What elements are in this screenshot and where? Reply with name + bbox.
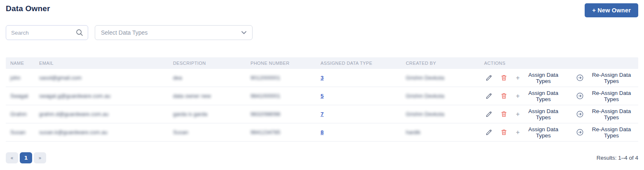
- assigned-data-type-link[interactable]: 3: [321, 75, 324, 81]
- reassign-data-types-label: Re-Assign Data Types: [586, 90, 637, 102]
- assign-data-types-button[interactable]: + Assign Data Types: [514, 107, 566, 121]
- results-count: Results: 1–4 of 4: [597, 155, 638, 161]
- assign-data-types-label: Assign Data Types: [522, 90, 564, 102]
- cell-description: garda is garda: [173, 111, 251, 117]
- assign-data-types-label: Assign Data Types: [522, 72, 564, 84]
- cell-description: Susan: [173, 129, 251, 135]
- plus-icon: +: [516, 129, 520, 136]
- row-actions: + Assign Data Types Re-Assign Data Types: [484, 71, 638, 85]
- delete-button[interactable]: [499, 73, 508, 83]
- cell-phone: 9832098098: [251, 111, 321, 117]
- assign-data-types-button[interactable]: + Assign Data Types: [514, 89, 566, 103]
- delete-button[interactable]: [499, 109, 508, 119]
- data-types-select[interactable]: Select Data Types: [95, 25, 253, 40]
- table-footer: « 1 » Results: 1–4 of 4: [6, 152, 638, 163]
- assign-data-types-button[interactable]: + Assign Data Types: [514, 71, 566, 85]
- arrow-right-circle-icon: [576, 110, 584, 118]
- cell-created-by: hardik: [406, 129, 484, 135]
- plus-icon: +: [516, 93, 520, 99]
- cell-description: data owner new: [173, 93, 251, 99]
- cell-created-by: Grishm Devkota: [406, 111, 484, 117]
- data-owner-table: NAME EMAIL DESCRIPTION PHONE NUMBER ASSI…: [6, 57, 638, 142]
- search-box[interactable]: [6, 25, 88, 40]
- delete-button[interactable]: [499, 91, 508, 101]
- edit-button[interactable]: [484, 91, 494, 101]
- reassign-data-types-button[interactable]: Re-Assign Data Types: [574, 125, 638, 139]
- pencil-icon: [485, 92, 493, 100]
- filter-bar: Select Data Types: [6, 25, 638, 40]
- cell-created-by: Grishm Devkota: [406, 75, 484, 81]
- trash-icon: [500, 74, 508, 82]
- column-header-description: DESCRIPTION: [173, 61, 251, 66]
- assigned-data-type-link[interactable]: 8: [321, 129, 324, 135]
- pencil-icon: [485, 110, 493, 118]
- trash-icon: [500, 92, 508, 100]
- new-owner-button[interactable]: + New Owner: [585, 3, 638, 17]
- cell-created-by: Grishm Devkota: [406, 93, 484, 99]
- cell-name: john: [10, 75, 39, 81]
- row-actions: + Assign Data Types Re-Assign Data Types: [484, 107, 638, 121]
- arrow-right-circle-icon: [576, 74, 584, 82]
- data-owner-page: Data Owner + New Owner Select Data Types…: [0, 0, 644, 170]
- cell-name: Swagat: [10, 93, 39, 99]
- plus-icon: +: [516, 111, 520, 118]
- pencil-icon: [485, 74, 493, 82]
- trash-icon: [500, 128, 508, 136]
- cell-email: swagat.g@guardware.com.au: [39, 93, 173, 99]
- pagination-prev-button[interactable]: «: [6, 152, 18, 163]
- cell-email: susan.k@guardware.com.au: [39, 129, 173, 135]
- cell-name: Grahm: [10, 111, 39, 117]
- cell-name: Susan: [10, 129, 39, 135]
- table-header-row: NAME EMAIL DESCRIPTION PHONE NUMBER ASSI…: [6, 57, 638, 69]
- column-header-actions: ACTIONS: [484, 61, 638, 66]
- column-header-assigned-data-type: ASSIGNED DATA TYPE: [321, 61, 406, 66]
- column-header-created-by: CREATED BY: [406, 61, 484, 66]
- delete-button[interactable]: [499, 128, 508, 137]
- arrow-right-circle-icon: [576, 92, 584, 100]
- cell-email: sasol@gmail.com: [39, 75, 173, 81]
- assigned-data-type-link[interactable]: 7: [321, 111, 324, 117]
- top-bar: Data Owner + New Owner: [6, 3, 638, 17]
- cell-phone: 9841234785: [251, 129, 321, 135]
- row-actions: + Assign Data Types Re-Assign Data Types: [484, 89, 638, 103]
- page-title: Data Owner: [6, 3, 50, 13]
- search-input[interactable]: [11, 30, 75, 36]
- assign-data-types-label: Assign Data Types: [522, 126, 564, 139]
- table-row: Grahm grahm.d@guardware.com.au garda is …: [6, 105, 638, 123]
- reassign-data-types-button[interactable]: Re-Assign Data Types: [574, 89, 638, 103]
- reassign-data-types-button[interactable]: Re-Assign Data Types: [574, 107, 638, 121]
- reassign-data-types-label: Re-Assign Data Types: [586, 126, 637, 139]
- assigned-data-type-link[interactable]: 5: [321, 93, 324, 99]
- edit-button[interactable]: [484, 73, 494, 83]
- edit-button[interactable]: [484, 109, 494, 119]
- edit-button[interactable]: [484, 128, 494, 137]
- arrow-right-circle-icon: [576, 128, 584, 136]
- column-header-phone: PHONE NUMBER: [251, 61, 321, 66]
- table-row: john sasol@gmail.com dea 9012000001 3 Gr…: [6, 69, 638, 87]
- cell-email: grahm.d@guardware.com.au: [39, 111, 173, 117]
- trash-icon: [500, 110, 508, 118]
- cell-phone: 9841000001: [251, 93, 321, 99]
- chevron-down-icon: [241, 31, 246, 34]
- pencil-icon: [485, 128, 493, 136]
- pagination-page-1-button[interactable]: 1: [20, 152, 32, 163]
- cell-phone: 9012000001: [251, 75, 321, 81]
- pagination: « 1 »: [6, 152, 46, 163]
- table-body: john sasol@gmail.com dea 9012000001 3 Gr…: [6, 69, 638, 142]
- reassign-data-types-label: Re-Assign Data Types: [586, 72, 637, 84]
- table-row: Swagat swagat.g@guardware.com.au data ow…: [6, 87, 638, 105]
- row-actions: + Assign Data Types Re-Assign Data Types: [484, 125, 638, 139]
- assign-data-types-button[interactable]: + Assign Data Types: [514, 125, 566, 139]
- cell-description: dea: [173, 75, 251, 81]
- plus-icon: +: [516, 75, 520, 81]
- search-icon: [75, 28, 84, 37]
- reassign-data-types-button[interactable]: Re-Assign Data Types: [574, 71, 638, 85]
- reassign-data-types-label: Re-Assign Data Types: [586, 108, 637, 120]
- column-header-name: NAME: [10, 61, 39, 66]
- column-header-email: EMAIL: [39, 61, 173, 66]
- pagination-next-button[interactable]: »: [34, 152, 46, 163]
- assign-data-types-label: Assign Data Types: [522, 108, 564, 120]
- table-row: Susan susan.k@guardware.com.au Susan 984…: [6, 123, 638, 142]
- data-types-select-value: Select Data Types: [101, 29, 148, 36]
